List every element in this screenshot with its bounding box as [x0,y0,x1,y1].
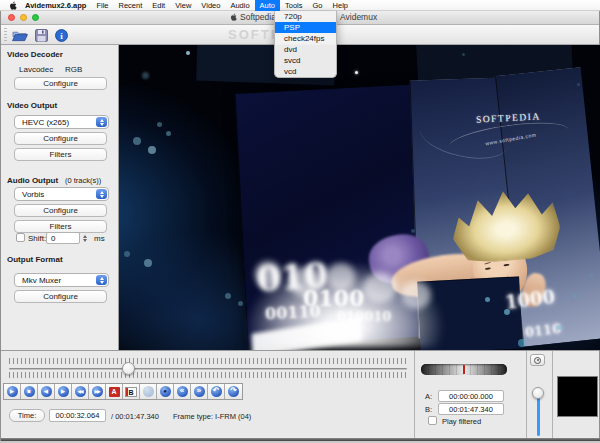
video-output-configure-button[interactable]: Configure [14,132,107,145]
main-content: Video Decoder Lavcodec RGB Configure Vid… [1,45,599,350]
info-icon[interactable]: i [53,28,69,42]
close-window-button[interactable] [8,14,15,21]
jog-center-mark [463,365,465,374]
next-frame-button[interactable]: ▶ [55,384,72,399]
menu-item-dvd[interactable]: dvd [275,44,336,55]
seek-slider-thumb[interactable] [122,362,135,375]
stepper-icon [96,189,107,199]
menu-tools[interactable]: Tools [280,0,308,11]
sidebar: Video Decoder Lavcodec RGB Configure Vid… [1,45,119,350]
frame-type-label: Frame type: I-FRM (04) [173,412,251,421]
video-decoder-name: Lavcodec [19,65,53,74]
video-decoder-mode: RGB [65,65,82,74]
binary-digits: 00110 [265,302,322,324]
video-preview-canvas: SOFTPEDIA www.softpedia.com 010 0100 001… [119,45,600,350]
time-value-field[interactable]: 00:00:32.064 [49,409,106,422]
toolbar-gripper[interactable] [4,28,7,42]
marker-b-field[interactable]: 00:01:47.340 [438,403,504,415]
next-keyframe-button[interactable]: ▶▶ [89,384,106,399]
next-black-frame-button[interactable]: ● [157,384,174,399]
video-decoder-heading: Video Decoder [7,50,63,59]
audio-output-configure-button[interactable]: Configure [14,204,107,217]
seek-ticks [9,358,407,364]
divider [414,351,415,438]
minimize-window-button[interactable] [20,14,27,21]
play-filtered-checkbox[interactable] [428,416,437,425]
open-file-icon[interactable] [12,28,28,42]
window-bottom-edge [1,438,600,441]
jog-shuttle-wheel[interactable] [421,364,507,375]
stepper-icon [96,275,107,285]
save-file-icon[interactable] [33,28,49,42]
seek-ticks [9,372,407,378]
marker-b-button[interactable]: B [123,384,140,399]
menu-item-svcd[interactable]: svcd [275,55,336,66]
prev-keyframe-button[interactable]: ◀◀ [72,384,89,399]
marker-b-label: B: [425,405,432,414]
video-output-heading: Video Output [7,101,57,110]
menu-auto[interactable]: Auto [255,0,280,11]
audio-output-value: Vorbis [22,190,44,199]
binary-digits: 010010 [337,309,391,324]
transport-controls: ▶ ■ ◀ ▶ ◀◀ ▶▶ A B ● « » ↶ ↷ [3,383,243,400]
output-format-value: Mkv Muxer [22,276,61,285]
volume-slider-thumb[interactable] [532,387,544,399]
video-output-value: HEVC (x265) [22,118,69,127]
output-format-configure-button[interactable]: Configure [14,290,107,303]
auto-menu-dropdown: 720p PSP check24fps dvd svcd vcd [274,11,337,78]
menu-item-vcd[interactable]: vcd [275,66,336,77]
video-output-filters-button[interactable]: Filters [14,148,107,161]
mute-button[interactable] [530,354,545,366]
output-format-select[interactable]: Mkv Muxer [14,273,109,287]
audio-track-count: (0 track(s)) [65,176,101,185]
stepper-icon [96,117,107,127]
menu-view[interactable]: View [170,0,196,11]
menu-item-psp[interactable]: PSP [275,22,336,33]
video-output-select[interactable]: HEVC (x265) [14,115,109,129]
last-frame-button[interactable]: » [191,384,208,399]
speaker-icon [534,357,541,364]
marker-a-button[interactable]: A [106,384,123,399]
play-button[interactable]: ▶ [4,384,21,399]
apple-icon[interactable] [9,1,18,10]
menu-item-check24fps[interactable]: check24fps [275,33,336,44]
menu-audio[interactable]: Audio [225,0,254,11]
menu-edit[interactable]: Edit [147,0,170,11]
divider [552,351,553,438]
seek-slider[interactable] [9,368,407,370]
video-decoder-configure-button[interactable]: Configure [14,77,107,90]
play-filtered-label: Play filtered [442,417,481,426]
menu-app-name[interactable]: Avidemux2.6.app [18,0,91,11]
divider [526,351,527,438]
shift-value-field[interactable]: 0 [46,232,80,244]
jump-forward-button[interactable]: ↷ [225,384,242,399]
filter-preview-thumbnail [557,376,598,417]
zoom-window-button[interactable] [32,14,39,21]
bottom-panel: ▶ ■ ◀ ▶ ◀◀ ▶▶ A B ● « » ↶ ↷ Time: 00:00:… [1,350,599,437]
prev-frame-button[interactable]: ◀ [38,384,55,399]
prev-black-frame-button[interactable] [140,384,157,399]
shift-stepper[interactable] [81,232,89,244]
duration-label: / 00:01:47.340 [111,412,159,421]
menu-go[interactable]: Go [308,0,328,11]
output-format-heading: Output Format [7,255,63,264]
menu-file[interactable]: File [91,0,113,11]
window-title: Avidemux [340,12,377,22]
menu-help[interactable]: Help [328,0,353,11]
softpedia-badge: Softpedia [230,12,276,22]
time-button[interactable]: Time: [9,409,45,422]
audio-output-heading: Audio Output [7,176,58,185]
first-frame-button[interactable]: « [174,384,191,399]
shift-unit-label: ms [94,234,105,243]
menu-recent[interactable]: Recent [114,0,148,11]
audio-output-select[interactable]: Vorbis [14,187,109,201]
marker-a-field[interactable]: 00:00:00.000 [438,390,504,402]
apple-badge-icon [230,13,238,21]
jump-back-button[interactable]: ↶ [208,384,225,399]
stop-button[interactable]: ■ [21,384,38,399]
menu-item-720p[interactable]: 720p [275,11,336,22]
shift-label: Shift: [28,234,46,243]
menu-video[interactable]: Video [196,0,225,11]
shift-checkbox[interactable] [16,233,25,242]
marker-a-label: A: [425,392,432,401]
